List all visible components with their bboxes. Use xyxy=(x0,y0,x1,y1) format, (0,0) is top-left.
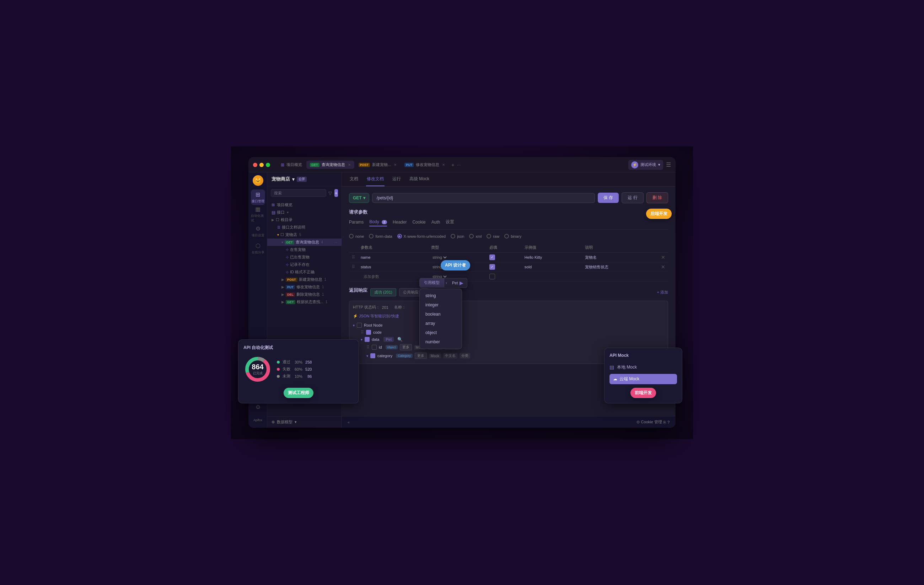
tab-auth[interactable]: Auth xyxy=(431,220,441,226)
tab-settings[interactable]: 设置 xyxy=(446,219,454,226)
run-button[interactable]: 运 行 xyxy=(622,192,643,203)
tree-item-petshop[interactable]: ▾ ☐ 宠物店 5 xyxy=(267,231,342,238)
tree-item-badid[interactable]: ⊹ ID 格式不正确 xyxy=(267,268,342,276)
tree-item-sale[interactable]: ⊹ 在售宠物 xyxy=(267,246,342,253)
tab-put-pets[interactable]: PUT 修改宠物信息 ✕ xyxy=(401,160,449,169)
radio-binary[interactable]: binary xyxy=(504,234,521,238)
add-button[interactable]: + xyxy=(335,189,338,197)
required-checkbox-new[interactable] xyxy=(489,274,495,279)
delete-button[interactable]: 删 除 xyxy=(647,192,668,203)
dropdown-array[interactable]: array xyxy=(420,319,462,328)
add-response-button[interactable]: + 添加 xyxy=(657,290,668,295)
tab-header[interactable]: Header xyxy=(393,220,407,226)
radio-none[interactable]: none xyxy=(349,234,364,238)
status-201-button[interactable]: 成功 (201) xyxy=(370,288,396,296)
local-mock-item[interactable]: ▤ 本地 Mock xyxy=(609,362,677,372)
tab-body[interactable]: Body 2 xyxy=(369,219,387,226)
drag-handle-code[interactable]: ⠿ xyxy=(361,330,364,335)
type-select-0[interactable]: string xyxy=(431,255,448,260)
ref-pet-button[interactable]: Pet ▶ xyxy=(449,278,467,288)
tree-item-get-pets[interactable]: ▾ GET 查询宠物信息 4 ··· xyxy=(267,238,342,246)
tree-item-root[interactable]: ▶ ☐ 根目录 xyxy=(267,216,342,223)
remove-row-0[interactable]: ✕ xyxy=(661,254,665,260)
checkbox-root[interactable] xyxy=(357,323,362,328)
drag-handle-2[interactable]: ⠿ xyxy=(352,264,355,269)
tree-item-put-pets[interactable]: ▶ PUT 修改宠物信息 1 xyxy=(267,283,342,291)
tab-close-icon-2[interactable]: ✕ xyxy=(394,163,397,167)
menu-icon[interactable]: ☰ xyxy=(666,161,671,168)
tab-post-pets[interactable]: POST 新建宠物... ✕ xyxy=(355,160,401,169)
collapse-button[interactable]: « xyxy=(348,420,350,425)
tree-item-post-pets[interactable]: ▶ POST 新建宠物信息 1 xyxy=(267,276,342,283)
tab-close-icon[interactable]: ✕ xyxy=(348,163,351,167)
stat-pending: 未测 10% 86 xyxy=(277,373,312,379)
project-name[interactable]: 宠物商店 ▾ 公开 xyxy=(272,176,307,182)
dropdown-integer[interactable]: integer xyxy=(420,300,462,309)
drag-handle[interactable]: ⠿ xyxy=(352,255,355,260)
expand-icon-root[interactable]: ▾ xyxy=(353,324,355,327)
tab-run[interactable]: 运行 xyxy=(392,172,402,186)
radio-urlencoded[interactable]: X-www-form-urlencoded xyxy=(397,234,446,238)
required-checkbox-0[interactable]: ✓ xyxy=(489,254,495,260)
radio-json[interactable]: json xyxy=(450,234,464,238)
env-selector[interactable]: ⚡ 测试环境 ▾ xyxy=(628,160,663,170)
tree-item-overview[interactable]: ⊞ 项目概览 xyxy=(267,201,342,208)
tab-close-icon-3[interactable]: ✕ xyxy=(442,163,445,167)
search-icon[interactable]: 🔍 xyxy=(397,337,403,342)
maximize-button[interactable] xyxy=(266,163,270,167)
nav-item-project[interactable]: ⚙ 项目设置 xyxy=(251,223,265,239)
expand-icon-data[interactable]: ▾ xyxy=(361,338,363,342)
nav-item-autotest[interactable]: ▦ 自动化测试 xyxy=(251,207,265,222)
tree-actions[interactable]: ··· xyxy=(334,240,337,245)
nav-item-interface[interactable]: ⊞ 接口管理 xyxy=(251,189,265,205)
filter-icon[interactable]: ▽ xyxy=(328,189,332,197)
tab-overview[interactable]: ⊞ 项目概览 xyxy=(277,160,305,169)
tab-params[interactable]: Params xyxy=(349,220,363,226)
checkbox-code[interactable] xyxy=(366,330,371,335)
add-param-button[interactable]: 添加参数 xyxy=(361,273,382,280)
drag-handle-id[interactable]: ⠿ xyxy=(366,345,370,350)
tree-item-doc[interactable]: ☰ 接口文档说明 xyxy=(267,223,342,231)
search-input[interactable] xyxy=(271,189,326,197)
expand-icon-category[interactable]: ▾ xyxy=(366,354,368,358)
tab-more-button[interactable]: ··· xyxy=(457,162,460,167)
tab-docs[interactable]: 文档 xyxy=(349,172,359,186)
radio-raw[interactable]: raw xyxy=(487,234,499,238)
required-checkbox-1[interactable]: ✓ xyxy=(489,264,495,270)
nav-item-share[interactable]: ⬡ 在线分享 xyxy=(251,241,265,256)
tab-cookie[interactable]: Cookie xyxy=(412,220,426,226)
tree-item-del-pets[interactable]: ▶ DEL 删除宠物信息 1 xyxy=(267,291,342,298)
tree-item-sold[interactable]: ⊹ 已出售宠物 xyxy=(267,253,342,261)
cloud-mock-button[interactable]: ☁ 云端 Mock xyxy=(609,374,677,384)
data-model-button[interactable]: ⊚ 数据模型 ▾ xyxy=(272,420,297,425)
more-button-id[interactable]: 更多 xyxy=(400,344,412,350)
url-input[interactable] xyxy=(372,193,595,203)
ref-model-button[interactable]: 引用模型 xyxy=(420,278,444,287)
cookie-manage-button[interactable]: ⊙ Cookie 管理 ⎘ ? xyxy=(637,420,670,425)
tab-get-pets[interactable]: GET 查询宠物信息 ✕ xyxy=(306,160,354,169)
tree-item-interface[interactable]: ▤ 接口 ▾ xyxy=(267,208,342,216)
radio-xml[interactable]: xml xyxy=(469,234,482,238)
dropdown-object[interactable]: object xyxy=(420,328,462,337)
json-hint[interactable]: ⚡ JSON 等智能识别/快捷 xyxy=(353,314,664,319)
close-button[interactable] xyxy=(253,163,257,167)
checkbox-category[interactable] xyxy=(370,353,375,358)
dropdown-boolean[interactable]: boolean xyxy=(420,309,462,319)
tree-item-get-status[interactable]: ▶ GET 根据状态查找... 1 xyxy=(267,298,342,306)
autotest-icon: ▦ xyxy=(255,206,261,213)
ref-pet-badge[interactable]: Pet xyxy=(383,337,394,342)
save-button[interactable]: 保 存 xyxy=(598,193,619,203)
checkbox-id[interactable] xyxy=(372,345,377,350)
method-select[interactable]: GET ▾ xyxy=(349,193,369,203)
tab-mock[interactable]: 高级 Mock xyxy=(409,172,430,186)
tab-edit-docs[interactable]: 修改文档 xyxy=(366,172,384,186)
minimize-button[interactable] xyxy=(259,163,264,167)
tab-add-button[interactable]: + xyxy=(449,160,456,169)
more-button-category[interactable]: 更多 xyxy=(415,352,427,359)
radio-formdata[interactable]: form-data xyxy=(369,234,392,238)
dropdown-string[interactable]: string xyxy=(420,291,462,300)
tree-item-notfound[interactable]: ⊹ 记录不存在 xyxy=(267,261,342,268)
remove-row-1[interactable]: ✕ xyxy=(661,264,665,270)
checkbox-data[interactable] xyxy=(365,337,370,342)
dropdown-number[interactable]: number xyxy=(420,337,462,347)
